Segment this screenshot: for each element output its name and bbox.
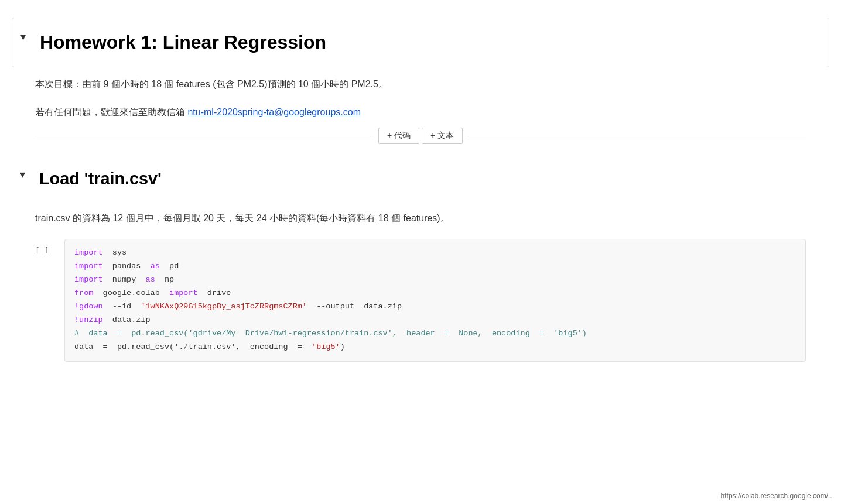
arrow-icon-1: ▾	[20, 31, 26, 43]
code-block[interactable]: import sys import pandas as pd import nu…	[64, 239, 806, 362]
desc-cell-3: train.csv 的資料為 12 個月中，每個月取 20 天，每天 24 小時…	[35, 207, 806, 229]
code-line-8: data = pd.read_csv('./train.csv', encodi…	[74, 341, 796, 354]
code-line-7: # data = pd.read_csv('gdrive/My Drive/hw…	[74, 327, 796, 341]
code-line-4: from google.colab import drive	[74, 287, 796, 300]
email-link[interactable]: ntu-ml-2020spring-ta@googlegroups.com	[187, 107, 361, 117]
collapse-arrow-2[interactable]: ▾	[12, 156, 33, 194]
code-line-6: !unzip data.zip	[74, 314, 796, 327]
add-code-button[interactable]: + 代码	[378, 128, 419, 144]
code-line-1: import sys	[74, 246, 796, 260]
heading-cell-1: ▾ Homework 1: Linear Regression	[12, 18, 829, 67]
cell-divider-1: + 代码 + 文本	[35, 128, 806, 144]
cell-indicator: [ ]	[35, 239, 59, 257]
add-text-button[interactable]: + 文本	[422, 128, 463, 144]
collapse-arrow-1[interactable]: ▾	[12, 18, 34, 56]
desc-text-2-prefix: 若有任何問題，歡迎來信至助教信箱	[35, 107, 187, 117]
desc-cell-1: 本次目標：由前 9 個小時的 18 個 features (包含 PM2.5)預…	[35, 73, 806, 95]
arrow-icon-2: ▾	[20, 169, 25, 180]
code-cell: [ ] import sys import pandas as pd impor…	[35, 239, 806, 362]
divider-line-left	[35, 136, 374, 136]
code-line-2: import pandas as pd	[74, 260, 796, 273]
desc-text-1: 本次目標：由前 9 個小時的 18 個 features (包含 PM2.5)預…	[35, 79, 388, 89]
desc-text-3: train.csv 的資料為 12 個月中，每個月取 20 天，每天 24 小時…	[35, 213, 450, 223]
code-line-3: import numpy as np	[74, 273, 796, 287]
heading-content-1: Homework 1: Linear Regression	[34, 18, 332, 67]
divider-line-right	[467, 136, 806, 136]
notebook-container: ▾ Homework 1: Linear Regression 本次目標：由前 …	[0, 0, 841, 383]
section2-title: Load 'train.csv'	[39, 165, 162, 192]
heading-cell-2: ▾ Load 'train.csv'	[12, 156, 829, 201]
divider-buttons: + 代码 + 文本	[378, 128, 463, 144]
code-line-5: !gdown --id '1wNKAxQ29G15kgpBy_asjTcZRRg…	[74, 300, 796, 314]
desc-cell-2: 若有任何問題，歡迎來信至助教信箱 ntu-ml-2020spring-ta@go…	[35, 101, 806, 124]
page-title: Homework 1: Linear Regression	[40, 28, 326, 57]
heading-content-2: Load 'train.csv'	[33, 156, 167, 201]
